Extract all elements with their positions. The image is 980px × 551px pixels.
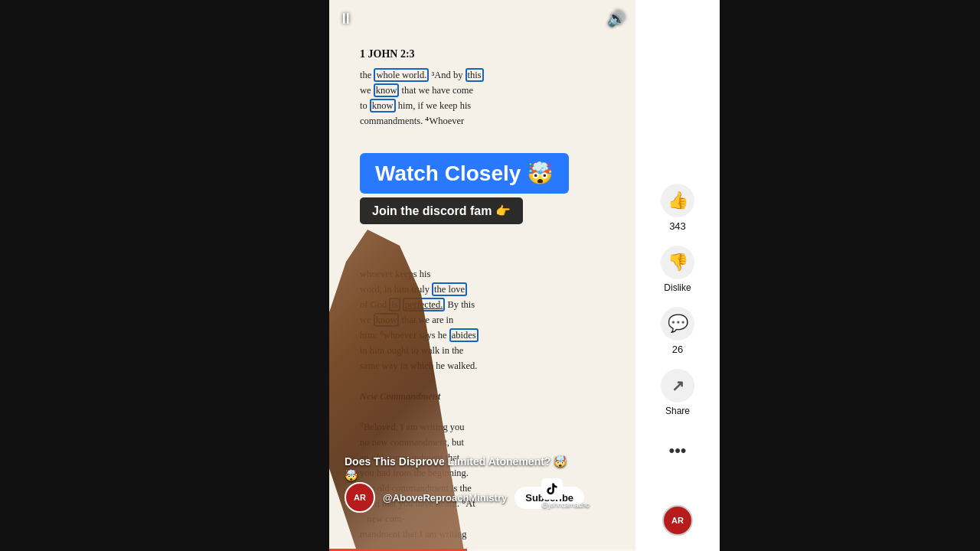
dislike-label: Dislike <box>664 282 691 293</box>
video-player[interactable]: 1 JOHN 2:3 the whole world. ³And by this… <box>329 0 635 551</box>
share-icon: ↗ <box>661 369 694 403</box>
channel-avatar-right[interactable]: AR <box>662 505 693 536</box>
actions-panel: 👍 343 👎 Dislike 💬 26 ↗ Share ••• AR <box>635 0 720 551</box>
channel-name-text[interactable]: @AboveReproachMinistry <box>383 492 507 504</box>
dislike-icon: 👎 <box>661 246 694 279</box>
channel-info-bar: AR @AboveReproachMinistry Subscribe <box>345 482 574 513</box>
like-icon: 👍 <box>661 184 694 217</box>
like-count: 343 <box>669 220 686 232</box>
channel-avatar[interactable]: AR <box>345 482 375 513</box>
share-label: Share <box>665 406 690 416</box>
more-options-button[interactable]: ••• <box>661 434 694 468</box>
channel-avatar-right-area: AR <box>662 505 693 551</box>
join-discord-overlay: Join the discord fam 👉 <box>360 197 523 224</box>
like-action[interactable]: 👍 343 <box>661 184 694 232</box>
pause-button[interactable]: ⏸ <box>338 10 354 28</box>
watch-closely-overlay: Watch Closely 🤯 <box>360 153 569 194</box>
share-action[interactable]: ↗ Share <box>661 369 694 416</box>
video-bottom-title: Does This Disprove Limited Atonement? 🤯 … <box>345 455 574 482</box>
comment-action[interactable]: 💬 26 <box>661 307 694 355</box>
comment-count: 26 <box>672 344 683 355</box>
bible-verse-heading: 1 JOHN 2:3 <box>360 46 628 63</box>
left-dark-panel <box>0 0 329 551</box>
video-top-controls: ⏸ 🔊 <box>338 9 626 28</box>
dislike-action[interactable]: 👎 Dislike <box>661 246 694 293</box>
comment-icon: 💬 <box>661 307 694 341</box>
tiktok-logo-icon <box>541 478 563 500</box>
watch-closely-text: Watch Closely 🤯 <box>375 161 554 185</box>
volume-button[interactable]: 🔊 <box>607 9 626 28</box>
tiktok-handle-text: @johncamacho <box>541 501 590 509</box>
far-right-panel <box>720 0 980 551</box>
bottom-title-text: Does This Disprove Limited Atonement? 🤯 … <box>345 455 567 481</box>
join-discord-text: Join the discord fam 👉 <box>372 204 511 217</box>
tiktok-watermark: @johncamacho <box>541 478 590 509</box>
